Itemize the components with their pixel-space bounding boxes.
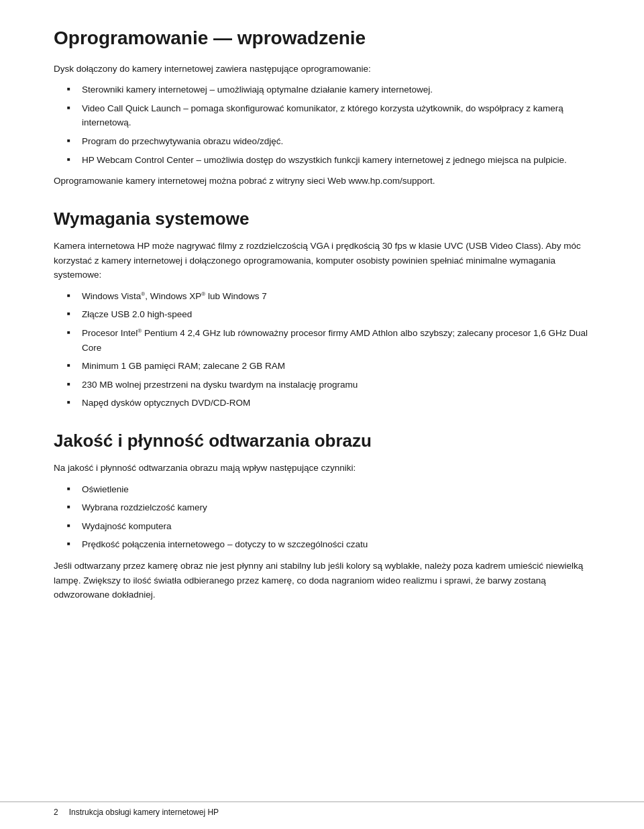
main-title: Oprogramowanie — wprowadzenie [54, 27, 590, 50]
section3-bullet-list: Oświetlenie Wybrana rozdzielczość kamery… [67, 482, 590, 552]
list-item: Oświetlenie [67, 482, 590, 497]
support-text: Oprogramowanie kamery internetowej można… [54, 174, 590, 188]
section2-title: Wymagania systemowe [54, 209, 590, 229]
list-item: Program do przechwytywania obrazu wideo/… [67, 134, 590, 149]
support-text-content: Oprogramowanie kamery internetowej można… [54, 176, 348, 186]
section3-para1: Na jakość i płynność odtwarzania obrazu … [54, 461, 590, 476]
list-item: 230 MB wolnej przestrzeni na dysku tward… [67, 378, 590, 392]
list-item: Prędkość połączenia internetowego – doty… [67, 537, 590, 552]
list-item: Sterowniki kamery internetowej – umożliw… [67, 82, 590, 97]
footer-text: Instrukcja obsługi kamery internetowej H… [69, 808, 219, 817]
list-item: Złącze USB 2.0 high-speed [67, 307, 590, 322]
list-item: Wydajność komputera [67, 519, 590, 534]
list-item: Video Call Quick Launch – pomaga skonfig… [67, 101, 590, 130]
list-item: Napęd dysków optycznych DVD/CD-ROM [67, 396, 590, 410]
page-footer: 2 Instrukcja obsługi kamery internetowej… [0, 802, 644, 817]
list-item: HP Webcam Control Center – umożliwia dos… [67, 153, 590, 168]
page-content: Oprogramowanie — wprowadzenie Dysk dołąc… [0, 0, 644, 649]
section3-title: Jakość i płynność odtwarzania obrazu [54, 431, 590, 451]
section3-para2: Jeśli odtwarzany przez kamerę obraz nie … [54, 559, 590, 602]
intro-paragraph: Dysk dołączony do kamery internetowej za… [54, 62, 590, 76]
list-item: Procesor Intel® Pentium 4 2,4 GHz lub ró… [67, 326, 590, 355]
list-item: Wybrana rozdzielczość kamery [67, 500, 590, 515]
list-item: Windows Vista®, Windows XP® lub Windows … [67, 289, 590, 304]
support-link[interactable]: www.hp.com/support [348, 176, 432, 186]
intro-bullet-list: Sterowniki kamery internetowej – umożliw… [67, 82, 590, 167]
list-item: Minimum 1 GB pamięci RAM; zalecane 2 GB … [67, 359, 590, 374]
section2-bullet-list: Windows Vista®, Windows XP® lub Windows … [67, 289, 590, 410]
footer-page-number: 2 [54, 808, 58, 817]
section2-para1: Kamera internetowa HP może nagrywać film… [54, 239, 590, 282]
